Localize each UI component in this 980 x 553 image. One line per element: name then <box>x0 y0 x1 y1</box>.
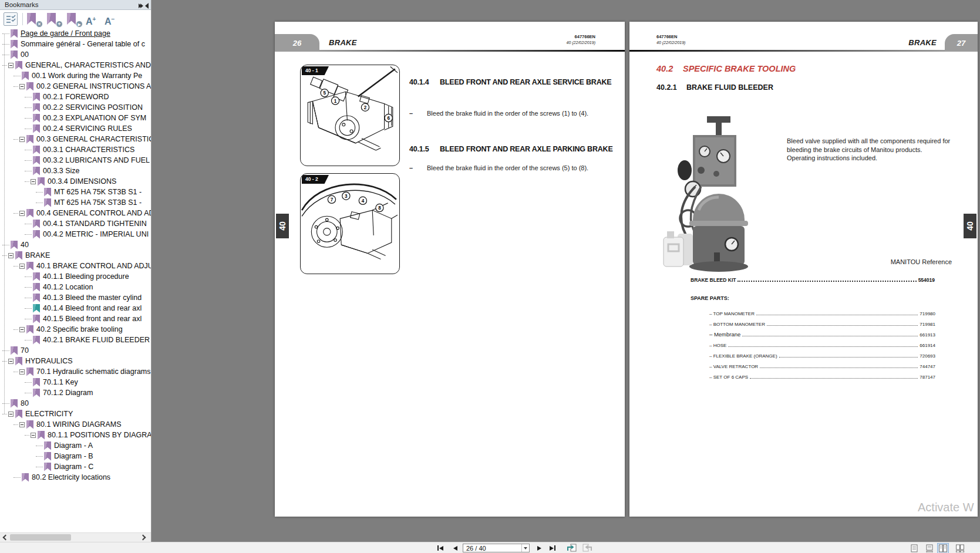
bookmark-tree-item[interactable]: GENERAL, CHARACTERISTICS AND SA <box>0 60 151 70</box>
document-view[interactable]: 26 BRAKE 647766EN 40 (22/02/2019) 40 40 … <box>151 0 980 542</box>
tree-connector <box>2 403 9 404</box>
next-view-button[interactable] <box>582 544 592 552</box>
bookmark-tree-item[interactable]: 40.1.3 Bleed the master cylind <box>0 292 151 303</box>
collapse-toggle-icon[interactable] <box>31 179 36 184</box>
bookmark-tree-item[interactable]: 40.1.2 Location <box>0 282 151 292</box>
previous-view-button[interactable] <box>567 544 577 552</box>
bookmark-tree-item[interactable]: MT 625 HA 75K ST3B S1 - <box>0 187 151 197</box>
scroll-right-icon[interactable] <box>140 535 146 541</box>
single-page-view-button[interactable] <box>909 544 920 553</box>
dropdown-arrow-icon[interactable] <box>521 544 529 552</box>
bookmark-tree-item[interactable]: 00.3.1 CHARACTERISTICS <box>0 144 151 155</box>
figure-40-2: 40 - 2 <box>300 173 400 274</box>
two-page-continuous-view-button[interactable] <box>955 544 965 553</box>
bookmark-tree-item[interactable]: Sommaire général - General table of c <box>0 39 151 49</box>
bookmark-tree-item[interactable]: 00.3.3 Size <box>0 166 151 176</box>
delete-bookmark-button[interactable]: × <box>27 13 43 27</box>
tree-connector <box>14 477 21 478</box>
bookmark-tree-item[interactable]: Diagram - C <box>0 461 151 472</box>
tree-connector <box>36 467 43 467</box>
bookmark-tree-item[interactable]: 00.3 GENERAL CHARACTERISTICS <box>0 134 151 144</box>
bookmark-tree-item[interactable]: 40.1.1 Bleeding procedure <box>0 271 151 282</box>
bookmark-tree-item[interactable]: 00.3.2 LUBRICANTS AND FUEL <box>0 155 151 166</box>
increase-text-size-button[interactable]: A+ <box>86 14 96 27</box>
bookmark-tree-item[interactable]: 40.1 BRAKE CONTROL AND ADJUS <box>0 261 151 271</box>
collapse-toggle-icon[interactable] <box>8 253 14 258</box>
tree-connector <box>25 181 29 182</box>
bookmark-tree-item[interactable]: 00.3.4 DIMENSIONS <box>0 176 151 187</box>
bookmark-tree-item[interactable]: 80 <box>0 398 151 409</box>
bookmark-label: 40.1.1 Bleeding procedure <box>43 272 129 281</box>
continuous-view-button[interactable] <box>924 544 935 553</box>
tree-connector <box>25 276 32 277</box>
bookmark-tree-item[interactable]: 00.2.4 SERVICING RULES <box>0 123 151 134</box>
bookmark-tree-item[interactable]: 70 <box>0 345 151 356</box>
rear-axle-drawing: 7 3 4 8 <box>301 174 399 273</box>
bookmark-tree-item[interactable]: Diagram - A <box>0 440 151 451</box>
collapse-toggle-icon[interactable] <box>8 63 14 68</box>
page-number-field[interactable]: 26 / 40 <box>463 544 530 552</box>
bookmark-tree-item[interactable]: Diagram - B <box>0 451 151 461</box>
bookmark-tree-item[interactable]: 40.2.1 BRAKE FLUID BLEEDER <box>0 335 151 345</box>
bookmark-tree-item[interactable]: 80.2 Electricity locations <box>0 472 151 483</box>
decrease-text-size-button[interactable]: A− <box>105 14 114 27</box>
panel-collapse-icon[interactable] <box>145 3 149 9</box>
bookmark-tree-item[interactable]: 00.4.1 STANDARD TIGHTENIN <box>0 218 151 229</box>
bookmark-tree-item[interactable]: 00 <box>0 49 151 60</box>
bookmark-tree-item[interactable]: 00.1 Work during the Warranty Pe <box>0 70 151 81</box>
collapse-toggle-icon[interactable] <box>8 359 14 364</box>
collapse-toggle-icon[interactable] <box>19 84 25 89</box>
scroll-left-icon[interactable] <box>3 535 9 541</box>
bookmark-tree-item[interactable]: 00.4.2 METRIC - IMPERIAL UNI <box>0 229 151 240</box>
bookmark-label: 40.2 Specific brake tooling <box>36 325 123 333</box>
collapse-toggle-icon[interactable] <box>19 211 25 216</box>
bookmark-tree-item[interactable]: 00.2.3 EXPLANATION OF SYM <box>0 113 151 123</box>
bookmark-tree-item[interactable]: 70.1.2 Diagram <box>0 387 151 398</box>
first-page-button[interactable] <box>437 545 443 551</box>
bookmark-icon <box>33 315 40 323</box>
bookmark-tree-item[interactable]: 40.2 Specific brake tooling <box>0 324 151 335</box>
collapse-toggle-icon[interactable] <box>19 369 25 375</box>
new-bookmark-button[interactable]: + <box>47 13 63 27</box>
bookmark-tree-item[interactable]: 70.1 Hydraulic schematic diagrams <box>0 366 151 377</box>
spare-part-row: – Membrane661913 <box>709 327 935 338</box>
bookmark-options-button[interactable] <box>4 12 18 26</box>
front-axle-drawing: 5 1 2 6 <box>301 65 399 165</box>
locate-bookmark-button[interactable]: ▶ <box>67 13 83 27</box>
bookmark-tree-item[interactable]: 40.1.5 Bleed front and rear axl <box>0 313 151 324</box>
bookmark-tree-item[interactable]: 00.2 GENERAL INSTRUCTIONS AN <box>0 81 151 92</box>
bookmark-icon <box>33 389 40 397</box>
collapse-toggle-icon[interactable] <box>31 433 36 438</box>
bookmark-tree-item[interactable]: 00.4 GENERAL CONTROL AND AD <box>0 208 151 218</box>
bookmark-tree-item[interactable]: 40.1.4 Bleed front and rear axl <box>0 303 151 313</box>
bookmark-icon <box>44 198 51 207</box>
collapse-toggle-icon[interactable] <box>19 422 25 427</box>
last-page-button[interactable] <box>550 545 555 551</box>
panel-expand-icon[interactable] <box>139 2 142 9</box>
bookmark-tree-item[interactable]: 70.1.1 Key <box>0 377 151 387</box>
bookmark-tree-item[interactable]: 80.1.1 POSITIONS BY DIAGRA <box>0 430 151 440</box>
collapse-toggle-icon[interactable] <box>8 412 14 417</box>
two-page-view-button[interactable] <box>938 544 948 553</box>
bookmark-label: MT 625 HA 75K ST3B S1 - <box>54 198 142 207</box>
bookmark-tree-item[interactable]: 40 <box>0 240 151 250</box>
previous-page-button[interactable] <box>453 545 457 551</box>
bookmark-tree-item[interactable]: ELECTRICITY <box>0 409 151 419</box>
collapse-toggle-icon[interactable] <box>19 264 25 269</box>
bookmark-tree-item[interactable]: HYDRAULICS <box>0 356 151 366</box>
bookmark-tree-item[interactable]: MT 625 HA 75K ST3B S1 - <box>0 197 151 208</box>
bookmark-icon <box>15 61 22 70</box>
collapse-toggle-icon[interactable] <box>19 327 25 332</box>
two-page-icon <box>939 544 947 552</box>
bookmark-label: 70.1.2 Diagram <box>43 389 93 397</box>
bookmark-tree-item[interactable]: 00.2.1 FOREWORD <box>0 92 151 102</box>
bookmark-tree-item[interactable]: 80.1 WIRING DIAGRAMS <box>0 419 151 430</box>
sidebar-horizontal-scrollbar[interactable] <box>0 532 151 542</box>
collapse-toggle-icon[interactable] <box>19 137 25 142</box>
next-page-button[interactable] <box>537 545 541 551</box>
bookmark-tree-item[interactable]: Page de garde / Front page <box>0 28 151 39</box>
bookmark-label: GENERAL, CHARACTERISTICS AND SA <box>25 61 151 69</box>
bookmark-tree-item[interactable]: 00.2.2 SERVICING POSITION <box>0 102 151 113</box>
scrollbar-thumb[interactable] <box>10 534 71 541</box>
bookmark-tree-item[interactable]: BRAKE <box>0 250 151 261</box>
